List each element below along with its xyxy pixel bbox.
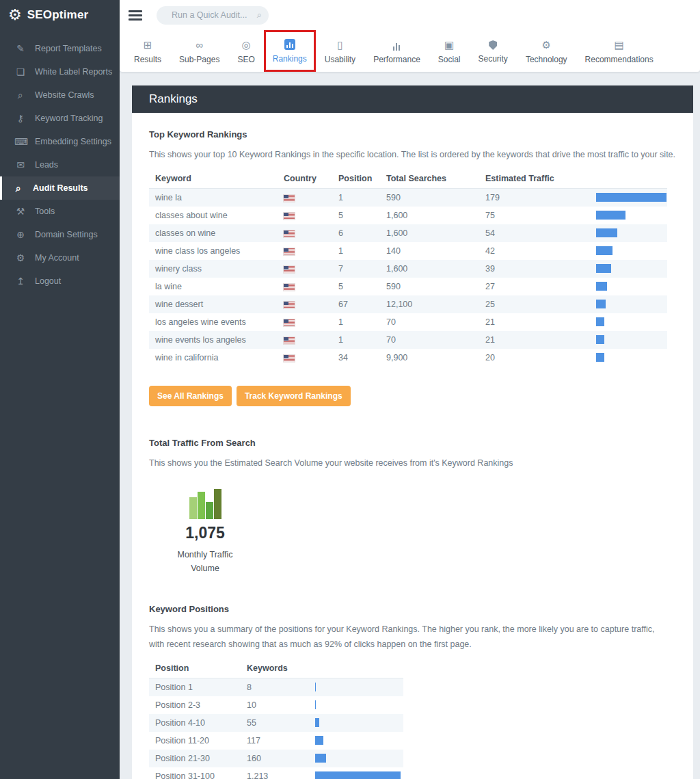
section-title: Keyword Positions [149,604,676,614]
keyword-cell: la wine [149,282,284,291]
see-all-rankings-button[interactable]: See All Rankings [149,386,232,406]
position-cell: Position 31-100 [149,771,247,779]
column-header-position: Position [149,663,247,673]
tab-security[interactable]: Security [470,30,517,64]
tab-recommendations[interactable]: ▤Recommendations [576,30,662,64]
sidebar-item-label: Domain Settings [35,230,98,239]
sidebar-item-label: Audit Results [33,183,88,193]
tab-label: Usability [325,55,355,64]
tab-label: SEO [237,55,254,64]
panel-title: Rankings [149,92,198,106]
tab-social[interactable]: ▣Social [429,30,470,64]
positions-table-header: PositionKeywords [149,663,403,678]
sidebar-item-report-templates[interactable]: ✎Report Templates [0,37,120,60]
country-cell [284,264,338,274]
menu-toggle-icon[interactable] [129,8,142,23]
my-account-icon: ⚙ [14,252,27,263]
position-cell: Position 1 [149,683,247,692]
section-description: This shows you the Estimated Search Volu… [149,456,676,471]
section-title: Top Keyword Rankings [149,129,676,140]
tab-seo[interactable]: ◎SEO [228,30,263,64]
seoptimer-logo-text: SEOptimer [27,8,89,22]
keyword-cell: classes about wine [149,211,284,220]
column-header-total-searches: Total Searches [386,174,485,183]
tab-performance[interactable]: Performance [364,30,429,64]
tab-technology[interactable]: ⚙Technology [517,30,576,64]
positions-table-body: Position 18Position 2-310Position 4-1055… [149,678,403,779]
position-cell: 7 [338,264,386,274]
clipboard-icon: ▤ [615,39,624,51]
us-flag-icon [284,213,295,220]
position-cell: 1 [338,246,386,256]
keyword-row-la-wine: la wine559027 [149,278,667,295]
leads-icon: ✉ [14,159,27,170]
topbar-row: ⌕ [120,0,700,30]
monthly-traffic-block: 1,075 Monthly Traffic Volume [168,488,242,575]
position-row-position-1: Position 18 [149,678,403,696]
seoptimer-logo[interactable]: ⚙ SEOptimer [0,0,120,30]
keywords-bar [315,718,319,727]
keyword-row-wine-dessert: wine dessert6712,10025 [149,295,667,313]
country-cell [284,300,338,309]
position-row-position-11-20: Position 11-20117 [149,732,403,750]
tab-rankings[interactable]: Rankings [264,30,316,72]
keywords-count-cell: 10 [247,700,315,710]
sidebar-item-white-label-reports[interactable]: ❏White Label Reports [0,60,120,83]
estimated-traffic-cell: 27 [485,282,596,291]
sidebar-item-audit-results[interactable]: ⌕Audit Results [0,176,120,200]
traffic-bar [596,282,607,291]
track-keyword-rankings-button[interactable]: Track Keyword Rankings [237,386,351,406]
position-row-position-21-30: Position 21-30160 [149,750,403,767]
estimated-traffic-cell: 54 [485,228,596,238]
rankings-buttons: See All RankingsTrack Keyword Rankings [149,386,676,406]
country-cell [284,353,338,362]
country-cell [284,211,338,220]
position-cell: 5 [338,282,386,291]
keyword-row-wine-class-los-angeles: wine class los angeles114042 [149,242,667,260]
estimated-traffic-cell: 179 [485,193,596,202]
tab-sub-pages[interactable]: ∞Sub-Pages [170,30,228,64]
tab-usability[interactable]: ▯Usability [316,30,364,64]
keywords-bar [315,683,316,691]
position-cell: Position 11-20 [149,736,247,745]
white-label-reports-icon: ❏ [14,66,27,77]
sidebar-item-my-account[interactable]: ⚙My Account [0,246,120,269]
keywords-count-cell: 8 [247,683,315,692]
tab-label: Security [479,54,508,64]
logout-icon: ↥ [14,276,27,287]
keywords-bar [315,754,326,763]
sidebar-item-website-crawls[interactable]: ⌕Website Crawls [0,83,120,107]
tab-results[interactable]: ⊞Results [125,30,170,64]
section-description: This shows you a summary of the position… [149,622,656,652]
us-flag-icon [284,230,295,237]
results-grid-icon: ⊞ [144,39,152,51]
sidebar-item-leads[interactable]: ✉Leads [0,153,120,176]
keyword-row-classes-about-wine: classes about wine51,60075 [149,207,667,224]
us-flag-icon [284,248,295,255]
tools-icon: ⚒ [14,206,27,217]
keyword-row-winery-class: winery class71,60039 [149,260,667,278]
position-row-position-4-10: Position 4-1055 [149,714,403,732]
sidebar-item-embedding-settings[interactable]: ⌨Embedding Settings [0,130,120,153]
keywords-count-cell: 160 [247,754,315,763]
section-title: Total Traffic From Search [149,438,676,448]
total-searches-cell: 9,900 [386,353,485,362]
sidebar-item-keyword-tracking[interactable]: ⚷Keyword Tracking [0,107,120,130]
total-searches-cell: 590 [386,282,485,291]
total-searches-cell: 590 [386,193,485,202]
total-searches-cell: 140 [386,246,485,256]
search-input[interactable] [157,6,269,25]
sidebar-item-label: White Label Reports [35,67,112,77]
gears-icon: ⚙ [542,39,551,51]
sidebar-item-logout[interactable]: ↥Logout [0,269,120,293]
position-row-position-2-3: Position 2-310 [149,696,403,714]
sidebar-item-tools[interactable]: ⚒Tools [0,200,120,223]
keywords-bar [315,736,323,745]
sidebar-nav: ✎Report Templates❏White Label Reports⌕We… [0,37,120,293]
tab-label: Social [438,55,461,64]
position-cell: 34 [338,353,386,362]
sidebar-item-domain-settings[interactable]: ⊕Domain Settings [0,223,120,246]
country-cell [284,193,338,202]
position-cell: 6 [338,228,386,238]
tab-label: Recommendations [585,55,654,64]
